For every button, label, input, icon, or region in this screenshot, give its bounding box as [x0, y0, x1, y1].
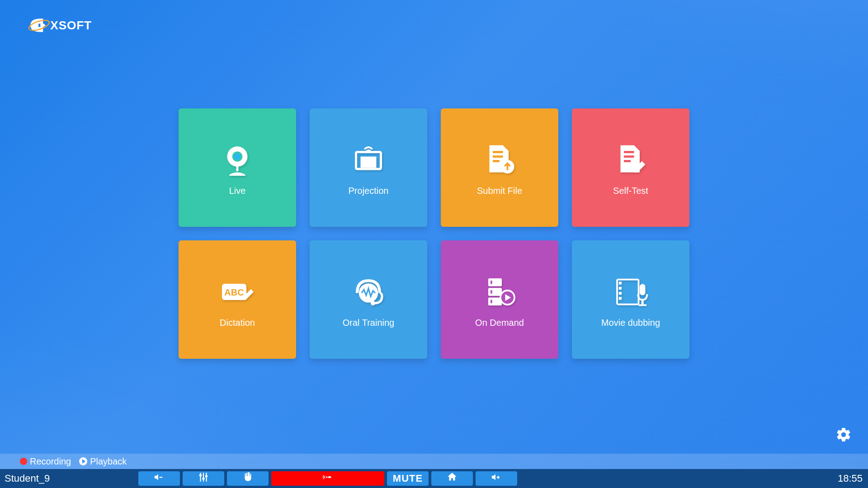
broadcast-icon	[322, 471, 334, 486]
volume-up-icon	[491, 471, 502, 486]
playback-label: Playback	[90, 456, 127, 467]
svg-rect-25	[491, 300, 492, 303]
svg-rect-8	[362, 158, 375, 167]
student-name: Student_9	[5, 473, 136, 484]
svg-rect-9	[493, 151, 503, 153]
tile-live[interactable]: Live	[179, 108, 296, 227]
hand-icon	[242, 471, 254, 486]
tile-submit-file[interactable]: Submit File	[441, 108, 558, 227]
tile-label: Live	[229, 186, 246, 196]
svg-rect-32	[619, 292, 622, 295]
tile-label: Movie dubbing	[601, 318, 660, 328]
home-icon	[446, 471, 458, 486]
svg-text:XSOFT: XSOFT	[50, 19, 92, 32]
raise-hand-button[interactable]	[227, 471, 269, 486]
volume-down-icon	[153, 471, 165, 486]
call-button[interactable]	[271, 471, 384, 486]
play-icon	[79, 457, 87, 465]
recording-label: Recording	[30, 456, 71, 467]
svg-rect-21	[488, 288, 502, 296]
svg-rect-10	[493, 155, 503, 158]
svg-rect-33	[619, 297, 622, 300]
record-icon	[20, 458, 27, 465]
volume-down-button[interactable]	[138, 471, 180, 486]
svg-rect-37	[160, 477, 163, 478]
svg-rect-23	[491, 281, 492, 284]
headset-icon	[350, 272, 387, 312]
tile-label: Projection	[349, 186, 389, 196]
clock-time: 18:55	[838, 473, 863, 484]
svg-rect-36	[639, 304, 647, 306]
status-sub-bar: Recording Playback	[0, 454, 868, 469]
tile-label: Oral Training	[343, 318, 395, 328]
tile-label: Dictation	[220, 318, 255, 328]
main-area: Live Projection Submit File Self-Test AB…	[0, 0, 868, 454]
brand-logo: XSOFT	[27, 13, 127, 38]
server-play-icon	[481, 272, 518, 312]
tile-label: Self-Test	[613, 186, 648, 196]
tile-dictation[interactable]: ABC Dictation	[179, 240, 296, 359]
svg-point-42	[202, 478, 204, 480]
svg-rect-6	[236, 167, 239, 171]
playback-button[interactable]: Playback	[79, 456, 127, 467]
dictation-icon: ABC	[219, 272, 255, 312]
svg-point-41	[199, 474, 202, 476]
gear-icon	[835, 436, 852, 444]
svg-rect-20	[488, 278, 502, 286]
svg-rect-11	[493, 160, 500, 162]
svg-rect-39	[203, 473, 204, 482]
svg-point-44	[326, 476, 327, 478]
svg-point-43	[205, 475, 208, 477]
mute-label: MUTE	[393, 473, 423, 484]
tile-on-demand[interactable]: On Demand	[441, 240, 558, 359]
webcam-icon	[219, 140, 255, 180]
svg-rect-14	[624, 155, 634, 158]
svg-rect-13	[624, 151, 634, 153]
file-upload-icon	[481, 140, 518, 180]
svg-rect-46	[498, 476, 499, 479]
svg-point-5	[234, 153, 241, 160]
tile-label: On Demand	[475, 318, 524, 328]
svg-rect-31	[619, 286, 622, 289]
tile-label: Submit File	[477, 186, 522, 196]
settings-button[interactable]	[835, 427, 852, 443]
equalizer-button[interactable]	[183, 471, 224, 486]
volume-up-button[interactable]	[476, 471, 517, 486]
tile-grid: Live Projection Submit File Self-Test AB…	[179, 108, 689, 359]
film-mic-icon	[613, 272, 649, 312]
mute-button[interactable]: MUTE	[387, 471, 429, 486]
recording-button[interactable]: Recording	[20, 456, 71, 467]
svg-rect-24	[491, 290, 492, 294]
projection-icon	[350, 140, 387, 180]
tile-oral-training[interactable]: Oral Training	[310, 240, 427, 359]
svg-text:ABC: ABC	[224, 287, 244, 297]
tile-self-test[interactable]: Self-Test	[572, 108, 689, 227]
svg-point-19	[371, 301, 375, 305]
svg-rect-30	[619, 282, 622, 284]
tile-projection[interactable]: Projection	[310, 108, 427, 227]
svg-rect-15	[624, 160, 631, 162]
sliders-icon	[198, 471, 209, 486]
bottom-bar: Student_9 MUTE 18:55	[0, 469, 868, 488]
tile-movie-dubbing[interactable]: Movie dubbing	[572, 240, 689, 359]
home-button[interactable]	[431, 471, 473, 486]
file-edit-icon	[613, 140, 649, 180]
svg-rect-34	[640, 284, 646, 295]
svg-rect-35	[642, 300, 644, 304]
